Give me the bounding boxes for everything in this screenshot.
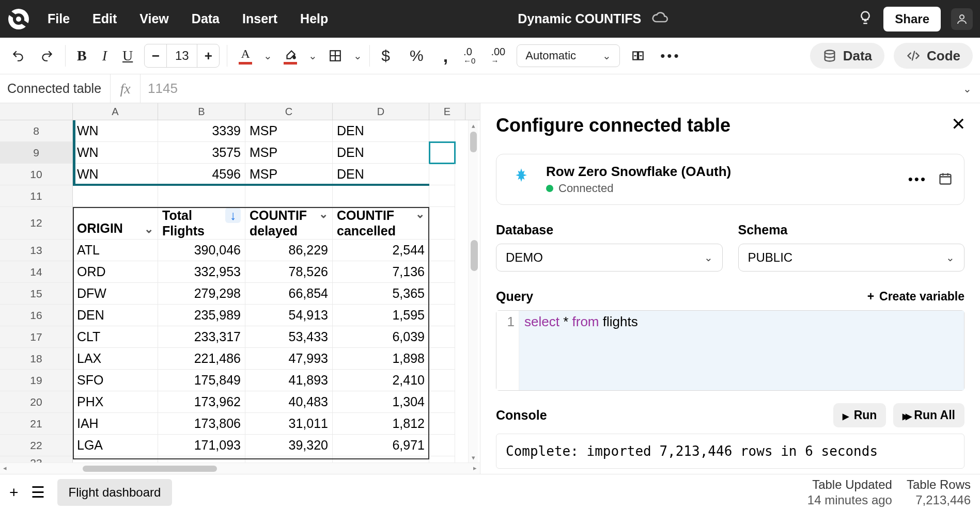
hscroll-thumb[interactable] <box>83 466 217 472</box>
row-header[interactable]: 20 <box>0 391 73 413</box>
cell[interactable] <box>429 261 455 283</box>
sheet-tab[interactable]: Flight dashboard <box>57 479 173 506</box>
cell[interactable]: PHX <box>73 391 158 413</box>
cell[interactable]: 41,893 <box>245 370 333 391</box>
font-size-increase[interactable]: + <box>197 48 219 64</box>
row-header[interactable]: 16 <box>0 305 73 326</box>
cell[interactable] <box>333 456 429 463</box>
row-header[interactable]: 14 <box>0 261 73 283</box>
cell[interactable]: 3575 <box>158 142 245 164</box>
spreadsheet[interactable]: ABCDE 8WN3339MSPDEN9WN3575MSPDEN10WN4596… <box>0 103 480 474</box>
cell[interactable]: LGA <box>73 435 158 456</box>
row-header[interactable]: 10 <box>0 164 73 185</box>
chevron-down-icon[interactable]: ⌄ <box>415 208 425 221</box>
cell[interactable]: WN <box>73 164 158 185</box>
cell[interactable] <box>429 391 455 413</box>
scroll-thumb[interactable] <box>470 132 477 152</box>
undo-button[interactable] <box>7 46 29 66</box>
cell[interactable] <box>429 456 455 463</box>
row-header[interactable]: 18 <box>0 348 73 370</box>
inner-scroll-thumb[interactable] <box>471 240 478 271</box>
cell[interactable]: 40,483 <box>245 391 333 413</box>
database-select[interactable]: DEMO⌄ <box>496 244 723 272</box>
cell[interactable]: DEN <box>333 120 429 142</box>
add-sheet-button[interactable]: + <box>9 484 19 501</box>
fill-color-caret-icon[interactable]: ⌄ <box>308 50 317 62</box>
name-box[interactable]: Connected table <box>0 74 111 103</box>
underline-button[interactable]: U <box>118 44 137 67</box>
cell[interactable] <box>429 142 455 164</box>
cell[interactable]: 2,410 <box>333 370 429 391</box>
query-editor[interactable]: 1 select * from flights <box>496 310 965 391</box>
cell[interactable]: CLT <box>73 326 158 348</box>
cell[interactable] <box>429 240 455 261</box>
cell[interactable]: MSP <box>245 164 333 185</box>
cell[interactable]: 171,093 <box>158 435 245 456</box>
cell[interactable]: 1,812 <box>333 413 429 435</box>
cell[interactable]: TotalFlights↓ <box>158 207 245 240</box>
cell[interactable]: 53,433 <box>245 326 333 348</box>
cell[interactable]: 173,806 <box>158 413 245 435</box>
cell[interactable]: 3339 <box>158 120 245 142</box>
cell[interactable]: 86,229 <box>245 240 333 261</box>
share-button[interactable]: Share <box>883 7 941 31</box>
doc-title[interactable]: Dynamic COUNTIFS <box>518 11 641 26</box>
column-header-A[interactable]: A <box>73 103 158 120</box>
cell[interactable]: 390,046 <box>158 240 245 261</box>
cell[interactable]: 235,989 <box>158 305 245 326</box>
cell[interactable]: DEN <box>333 142 429 164</box>
decrease-decimal-button[interactable]: .0←0 <box>459 44 479 67</box>
scroll-right-icon[interactable]: ▸ <box>473 464 477 472</box>
cell[interactable]: DEN <box>73 305 158 326</box>
cell[interactable]: COUNTIFdelayed⌄ <box>245 207 333 240</box>
row-header[interactable]: 12 <box>0 207 73 240</box>
percent-format-button[interactable]: % <box>406 44 428 68</box>
cell[interactable] <box>429 305 455 326</box>
cell[interactable] <box>429 120 455 142</box>
cell[interactable]: WN <box>73 142 158 164</box>
cell[interactable]: DEN <box>333 164 429 185</box>
cell[interactable]: IAH <box>73 413 158 435</box>
cell[interactable]: MSP <box>245 120 333 142</box>
row-header[interactable]: 23 <box>0 456 73 463</box>
number-format-select[interactable]: Automatic ⌄ <box>517 44 620 67</box>
fill-color-button[interactable] <box>279 44 301 68</box>
cell[interactable]: 66,854 <box>245 283 333 305</box>
column-header-D[interactable]: D <box>333 103 429 120</box>
cell[interactable]: LAX <box>73 348 158 370</box>
menu-file[interactable]: File <box>48 11 70 26</box>
italic-button[interactable]: I <box>98 44 111 67</box>
run-all-button[interactable]: Run All <box>893 403 965 427</box>
currency-format-button[interactable]: $ <box>377 44 394 68</box>
chevron-down-icon[interactable]: ⌄ <box>319 208 328 221</box>
cell[interactable] <box>158 185 245 207</box>
cell[interactable]: 6,971 <box>333 435 429 456</box>
cell[interactable]: 173,962 <box>158 391 245 413</box>
cell[interactable]: 47,993 <box>245 348 333 370</box>
redo-button[interactable] <box>36 46 58 66</box>
cell[interactable]: 175,849 <box>158 370 245 391</box>
cell[interactable]: 332,953 <box>158 261 245 283</box>
app-logo[interactable] <box>7 8 30 30</box>
user-avatar[interactable] <box>951 8 973 30</box>
cell[interactable] <box>73 185 158 207</box>
cell[interactable] <box>333 185 429 207</box>
cell[interactable]: 39,320 <box>245 435 333 456</box>
select-all-corner[interactable] <box>0 103 73 120</box>
font-size-value[interactable]: 13 <box>166 44 197 67</box>
cell[interactable]: WN <box>73 120 158 142</box>
formula-expand-icon[interactable]: ⌄ <box>963 83 972 95</box>
more-toolbar-button[interactable]: ••• <box>656 45 685 67</box>
menu-view[interactable]: View <box>139 11 169 26</box>
cell[interactable]: 2,544 <box>333 240 429 261</box>
cell[interactable] <box>245 456 333 463</box>
row-header[interactable]: 11 <box>0 185 73 207</box>
cell[interactable]: 4596 <box>158 164 245 185</box>
cell[interactable]: 78,526 <box>245 261 333 283</box>
comma-format-button[interactable]: , <box>439 43 452 69</box>
cell[interactable]: DFW <box>73 283 158 305</box>
lightbulb-icon[interactable] <box>858 10 873 28</box>
cell[interactable]: ORIGIN⌄ <box>73 207 158 240</box>
column-header-B[interactable]: B <box>158 103 245 120</box>
connection-more-button[interactable]: ••• <box>908 171 927 187</box>
